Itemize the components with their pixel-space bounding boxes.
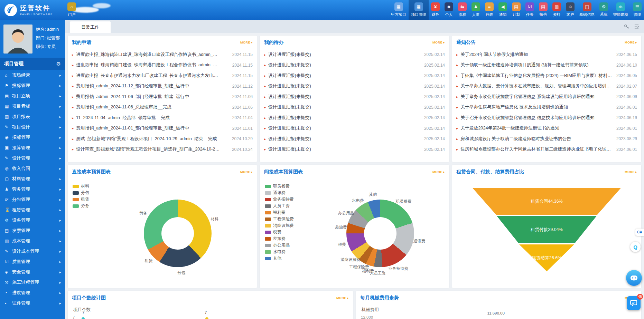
list-item[interactable]: ▸ 设计进度汇报(未提交) 2025.02.14 [264, 81, 445, 92]
legend-item[interactable]: 材料 [73, 183, 89, 190]
list-item[interactable]: ▸ 设计进度汇报(未提交) 2025.02.14 [264, 91, 445, 102]
sidebar-menu-item[interactable]: ▦ 项目看板 ▸ [0, 101, 65, 112]
list-item[interactable]: ▸ 关于举办大数据、云计算技术在城市建设、规划、管理与服务中的应用培训班… 20… [456, 81, 637, 92]
top-nav-item[interactable]: ☺ 客户 [563, 0, 577, 20]
sidebar-menu-item[interactable]: ▤ 发票管理 ▸ [0, 225, 65, 236]
qq-service-button[interactable]: Q [630, 242, 641, 252]
expand-icon[interactable] [634, 24, 639, 29]
list-item[interactable]: ▸ 房和城乡建设厅关于取消二级建造师临时执业证书的公告 2023.08.29 [456, 134, 637, 144]
list-item[interactable]: ▸ 设计进度汇报(未提交) 2025.02.14 [264, 49, 445, 60]
list-item[interactable]: ▸ 进度款申报_长春市伊通河水力发电厂改建工程_长春市伊通河水力发电… 2024… [72, 70, 253, 81]
more-button[interactable]: MORE [240, 41, 253, 44]
sidebar-menu-item[interactable]: ⌛ 租赁管理 ▸ [0, 205, 65, 215]
list-item[interactable]: ▸ 测试_彭祖新城“四馆”景观工程设计项目_2024-10-29_admin_结… [72, 134, 253, 144]
list-item[interactable]: ▸ 设计进度汇报(未提交) 2025.02.14 [264, 113, 445, 123]
top-nav-item[interactable]: ☰ 管理 [631, 0, 644, 20]
list-item[interactable]: ▸ 关于召开市政公用设施智慧化管理信息 信息技术与应用培训班的通知 2024.0… [456, 113, 637, 123]
top-nav-item[interactable]: ▥ 资料 [550, 0, 563, 20]
list-item[interactable]: ▸ 进度款申报_珠海鹤港口建设_珠海鹤港口建设工程合作协议书_admin_… 2… [72, 49, 253, 60]
legend-item[interactable]: 人员工资 [265, 203, 294, 209]
list-item[interactable]: ▸ 关于领取一级注册建造师培训项目的通知 (须持一建证书前来领取) 2024.0… [456, 60, 637, 71]
list-item[interactable]: ▸ 费用报销_admin_2024-11-06_部门经理审批_胡建_运行中 20… [72, 91, 253, 102]
list-item[interactable]: ▸ 于征集《中国建筑施工行业信息化发展报告 (2024) —BIM应用与发展》材… [456, 70, 637, 81]
sidebar-menu-item[interactable]: ♟ 劳务管理 ▸ [0, 184, 65, 194]
legend-item[interactable]: 分包 [73, 190, 89, 196]
more-button[interactable]: MORE [240, 170, 253, 174]
list-item[interactable]: ▸ 进度款申报_珠海鹤港口建设_珠海鹤港口建设工程合作协议书_admin_… 2… [72, 60, 253, 71]
ca-sidebar-tab[interactable]: CA [635, 229, 644, 236]
more-button[interactable]: MORE [625, 170, 637, 174]
funnel-segment[interactable]: 租赁结算26.6% [473, 244, 621, 271]
list-item[interactable]: ▸ 设计进度汇报(未提交) 2025.02.14 [264, 123, 445, 134]
top-nav-item[interactable]: ☻ 个人 [442, 0, 456, 20]
more-button[interactable]: MORE [625, 41, 637, 44]
legend-item[interactable]: 通讯费 [265, 190, 294, 196]
list-item[interactable]: ▸ 费用报销_admin_2024-11-12_部门经理审批_胡建_运行中 20… [72, 81, 253, 92]
sidebar-menu-item[interactable]: ◔ 进度管理 ▸ [0, 288, 65, 298]
list-item[interactable]: ▸ 关于举办住房与房地产信息化 技术及应用培训班的通知 2024.06.01 [456, 102, 637, 113]
sidebar-menu-item[interactable]: ▪ 证件管理 ▸ [0, 298, 65, 308]
nav-item-portal[interactable]: ⌂ 门户 [65, 0, 78, 20]
legend-item[interactable]: 差旅费 [265, 235, 294, 242]
sidebar-menu-item[interactable]: ⚒ 施工过程管理 ▸ [0, 277, 65, 288]
tab-daily-work[interactable]: 日常工作 [70, 21, 111, 33]
funnel-segment[interactable]: 租赁合同44.36% [473, 188, 621, 215]
list-item[interactable]: ▸ 费用报销_admin_2024-11-01_部门经理审批_胡建_运行中 20… [72, 123, 253, 134]
sidebar-menu-item[interactable]: ✎ 项目设计 ▸ [0, 122, 65, 132]
sidebar-menu-item[interactable]: ▢ 材料管理 ▸ [0, 174, 65, 184]
legend-item[interactable]: 劳务 [73, 203, 89, 209]
top-nav-item[interactable]: ⚙ 系统 [597, 0, 610, 20]
legend-item[interactable]: 工程保险费 [265, 216, 294, 222]
funnel-segment[interactable]: 租赁付款29.04% [473, 216, 621, 243]
top-nav-item[interactable]: ▤ 计划 [510, 0, 523, 20]
top-nav-item[interactable]: ▤ 报告 [536, 0, 550, 20]
gear-icon[interactable]: ⚙ [56, 61, 61, 67]
list-item[interactable]: ▸ 11_2024-11-04_admin_经营部_领导审批__完成 2024.… [72, 113, 253, 123]
top-nav-item[interactable]: ¥ 财务 [429, 0, 442, 20]
more-button[interactable]: MORE [336, 296, 349, 300]
legend-item[interactable]: 业务招待费 [265, 196, 294, 203]
sidebar-menu-item[interactable]: ◈ 安全管理 ▸ [0, 267, 65, 277]
legend-item[interactable]: 办公用品 [265, 242, 294, 249]
donut-ring[interactable] [144, 200, 212, 267]
more-button[interactable]: MORE [432, 170, 445, 174]
data-point[interactable] [82, 317, 85, 319]
sidebar-menu-item[interactable]: ⚙ 设备管理 ▸ [0, 215, 65, 225]
sidebar-menu-item[interactable]: ◉ 招标管理 ▸ [0, 132, 65, 143]
sidebar-menu-item[interactable]: ▤ 项目立项 ▸ [0, 91, 65, 101]
sidebar-menu-item[interactable]: ◎ 收入合同 ▸ [0, 163, 65, 174]
sidebar-menu-item[interactable]: x² 分包管理 ▸ [0, 194, 65, 205]
legend-item[interactable]: 职员餐费 [265, 183, 294, 190]
list-item[interactable]: ▸ 住房和城乡建设部办公厅关于同意吉林省开展二级建造师执业证书电子化试点… 20… [456, 144, 637, 155]
legend-item[interactable]: 消防设施费 [265, 222, 294, 229]
top-nav-item[interactable]: ▦ 项目管理 [409, 0, 429, 20]
list-item[interactable]: ▸ 关于举办市政公用设施数字化管理信息 系统建设与应用培训班的通知 2024.0… [456, 91, 637, 102]
message-center-button[interactable]: 45 [627, 296, 641, 310]
sidebar-menu-item[interactable]: ⚑ 投标管理 ▸ [0, 80, 65, 91]
list-item[interactable]: ▸ 设计进度汇报(未提交) 2025.02.14 [264, 70, 445, 81]
data-point[interactable] [205, 317, 208, 319]
list-item[interactable]: ▸ 关于发放2024年第24批一级建造师注册证书的通知 2024.06.01 [456, 123, 637, 134]
top-nav-item[interactable]: ☑ 任务 [523, 0, 536, 20]
top-nav-item[interactable]: ▦ 甲方项目 [389, 0, 409, 20]
key-icon[interactable] [624, 24, 629, 29]
list-item[interactable]: ▸ 费用报销_admin_2024-11-06_总经理审批__完成 2024.1… [72, 102, 253, 113]
legend-item[interactable]: 其他 [265, 255, 294, 262]
top-nav-item[interactable]: ⇆ 流程 [456, 0, 469, 20]
chat-assistant-button[interactable] [626, 270, 642, 286]
top-nav-item[interactable]: ‹/› 智能建模 [610, 0, 631, 20]
sidebar-menu-item[interactable]: ▣ 预算管理 ▸ [0, 143, 65, 153]
sidebar-menu-item[interactable]: ☑ 质量管理 ▸ [0, 257, 65, 267]
list-item[interactable]: ▸ 设计进度汇报(未提交) 2025.02.14 [264, 60, 445, 71]
list-item[interactable]: ▸ 设计进度汇报(未提交) 2025.02.14 [264, 134, 445, 144]
sidebar-menu-item[interactable]: ▥ 成本管理 ▸ [0, 236, 65, 246]
legend-item[interactable]: 水电费 [265, 249, 294, 255]
top-nav-item[interactable]: ◫ 基础信息 [577, 0, 597, 20]
list-item[interactable]: ▸ 设计进度汇报(未提交) 2025.02.14 [264, 144, 445, 155]
sidebar-menu-item[interactable]: ✎ 设计管理 ▸ [0, 153, 65, 163]
legend-item[interactable]: 福利费 [265, 209, 294, 216]
top-nav-item[interactable]: ◀ 通知 [496, 0, 510, 20]
top-nav-item[interactable]: ≡ 行政 [483, 0, 496, 20]
sidebar-menu-item[interactable]: ✎ 设计成本管理 ▸ [0, 246, 65, 257]
legend-item[interactable]: 税费 [265, 229, 294, 235]
